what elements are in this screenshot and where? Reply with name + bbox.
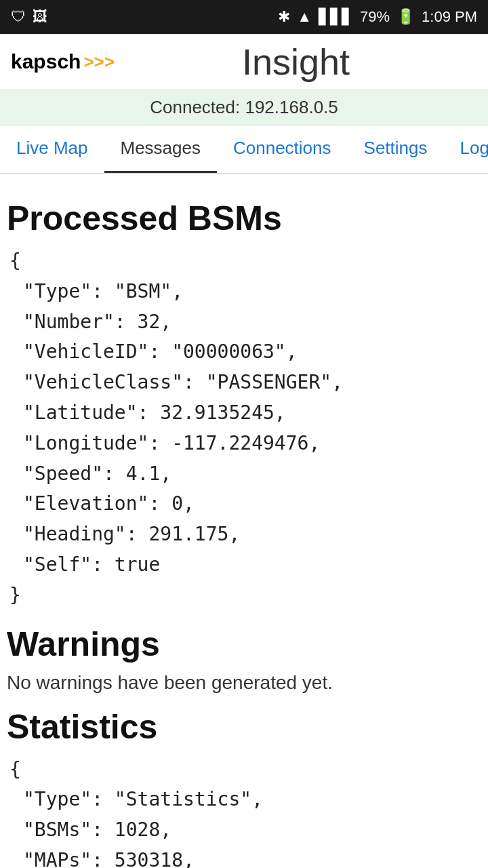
stats-field-0: "Type": "Statistics", [23,785,481,815]
logo-arrows: >>> [83,52,115,73]
tab-settings[interactable]: Settings [348,125,444,173]
tab-connections[interactable]: Connections [217,125,348,173]
bsm-json-block: { "Type": "BSM", "Number": 32, "VehicleI… [7,246,481,611]
battery-icon: 🔋 [396,8,415,26]
stats-field-1: "BSMs": 1028, [23,815,481,846]
warnings-text: No warnings have been generated yet. [7,672,481,694]
bsm-field-6: "Speed": 4.1, [23,459,481,490]
shield-icon: 🛡 [11,8,26,26]
app-header: kapsch >>> Insight [0,34,488,90]
wifi-icon: ▲ [297,8,312,26]
bsm-field-1: "Number": 32, [23,307,481,338]
bsm-open-brace: { [9,246,481,277]
battery-percentage: 79% [360,8,390,26]
logo: kapsch >>> [11,50,115,73]
bsm-close-brace: } [9,580,481,611]
bsm-field-2: "VehicleID": "00000063", [23,337,481,368]
status-bar: 🛡 🖼 ✱ ▲ ▋▋▋ 79% 🔋 1:09 PM [0,0,488,34]
bsm-field-8: "Heading": 291.175, [23,519,481,550]
stats-field-2: "MAPs": 530318, [23,846,481,868]
tab-messages[interactable]: Messages [104,125,218,173]
bsm-field-4: "Latitude": 32.9135245, [23,398,481,429]
image-icon: 🖼 [33,8,47,26]
bsm-field-0: "Type": "BSM", [23,277,481,307]
stats-open-brace: { [9,755,481,785]
bsm-field-5: "Longitude": -117.2249476, [23,429,481,459]
bsm-field-9: "Self": true [23,550,481,580]
processed-bsms-title: Processed BSMs [7,199,481,238]
logo-text: kapsch [11,50,81,73]
tab-live-map[interactable]: Live Map [0,125,104,173]
bluetooth-icon: ✱ [278,8,290,26]
tab-logs[interactable]: Logs [444,125,489,173]
app-title: Insight [115,41,477,83]
signal-icon: ▋▋▋ [319,8,353,26]
bsm-field-3: "VehicleClass": "PASSENGER", [23,368,481,398]
statistics-title: Statistics [7,707,481,747]
main-content: Processed BSMs { "Type": "BSM", "Number"… [0,174,488,868]
tab-bar: Live Map Messages Connections Settings L… [0,125,488,174]
connection-status: Connected: 192.168.0.5 [0,90,488,125]
bsm-field-7: "Elevation": 0, [23,489,481,519]
statistics-json-block: { "Type": "Statistics", "BSMs": 1028, "M… [7,755,481,868]
time: 1:09 PM [422,8,477,26]
warnings-title: Warnings [7,625,481,664]
